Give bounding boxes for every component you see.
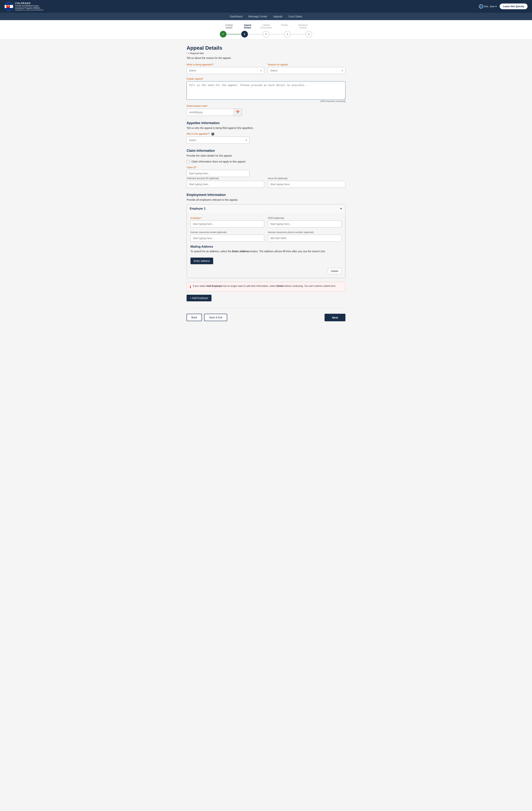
next-button[interactable]: Next	[324, 314, 346, 321]
issue-id-input[interactable]	[268, 181, 346, 188]
appellee-section-desc: Tell us who the appeal is being filed ag…	[186, 126, 346, 129]
step-line-3	[269, 34, 284, 34]
step-label-1: ContactDetails	[222, 24, 237, 29]
claim-not-applicable-checkbox[interactable]	[186, 160, 189, 163]
claim-section-desc: Provide the claim details for this appea…	[186, 154, 346, 157]
employment-section-title: Employment Information	[186, 193, 346, 197]
employer-1-body: Employer* FEIN (optional) Human resource…	[187, 213, 345, 278]
appellee-label: Who is the appellee?* i	[186, 133, 249, 136]
explain-appeal-textarea[interactable]	[186, 81, 346, 100]
employer-name-group: Employer*	[191, 217, 264, 228]
step-label-4: Parties	[277, 24, 292, 29]
hr-phone-group: Human resources phone number (optional)	[268, 231, 341, 242]
hr-phone-label-text: Human resources phone number (optional)	[268, 231, 314, 233]
hr-phone-input[interactable]	[268, 235, 341, 242]
required-note: * = Required field	[186, 52, 346, 55]
employer-1-accordion: Employer 1 ▼ Employer* FEIN (optional) H…	[186, 204, 346, 278]
what-being-appealed-label: What is being appealed?*	[186, 63, 264, 66]
delete-employer-button[interactable]: Delete	[328, 268, 341, 274]
determination-date-label: Determination date*	[186, 105, 242, 107]
progress-steps: ✓ 2 3 4 5	[220, 31, 312, 37]
what-being-appealed-select[interactable]: Select	[186, 67, 264, 74]
appellee-section-title: Appellee Information	[186, 121, 346, 125]
determination-date-input[interactable]	[186, 109, 234, 116]
main-nav: Dashboard Message Center Appeals Court D…	[0, 13, 532, 20]
step-2: 2	[241, 31, 248, 37]
employer-name-label: Employer*	[191, 217, 264, 219]
issue-id-group: Issue ID (optional)	[268, 177, 346, 188]
mailing-address-title: Mailing Address	[191, 245, 341, 248]
svg-rect-4	[5, 8, 13, 11]
save-exit-button[interactable]: Save & Exit	[204, 314, 227, 321]
bottom-left-buttons: Back Save & Exit	[186, 314, 227, 321]
logo-area: CO COLORADO Family and Medical LeaveInsu…	[4, 2, 43, 11]
step-5: 5	[305, 31, 312, 37]
enter-address-inline: Enter Address	[232, 250, 250, 253]
org-dept: Department of Labor and Employment	[15, 9, 43, 11]
calendar-button[interactable]: 📅	[234, 108, 242, 116]
progress-section: ContactDetails AppealDetails UploadDocum…	[0, 20, 532, 40]
employer-name-input[interactable]	[191, 220, 264, 228]
reason-for-appeal-label: Reason for appeal*	[268, 63, 346, 66]
warning-icon: ℹ	[190, 285, 191, 289]
claimant-account-input[interactable]	[186, 181, 264, 188]
svg-rect-2	[5, 2, 13, 5]
appellee-select-wrapper: Select	[186, 137, 249, 144]
claimant-account-label-text: Claimant account ID (optional)	[186, 177, 219, 180]
issue-id-label-text: Issue ID (optional)	[268, 177, 287, 180]
step-line-2	[248, 34, 263, 34]
fein-label-text: FEIN (optional)	[268, 217, 284, 219]
required-star: *	[186, 52, 187, 55]
colorado-logo: CO	[4, 2, 13, 11]
nav-court-dates[interactable]: Court Dates	[289, 15, 302, 18]
hr-email-input[interactable]	[191, 235, 264, 242]
employer-name-fein-row: Employer* FEIN (optional)	[191, 217, 341, 228]
hr-email-group: Human resources email (optional)	[191, 231, 264, 242]
warning-text: If you select Add Employer but no longer…	[193, 285, 336, 287]
enter-address-button[interactable]: Enter address	[191, 258, 213, 264]
fein-input[interactable]	[268, 220, 341, 228]
fein-label: FEIN (optional)	[268, 217, 341, 219]
claim-not-applicable-label: Claim information does not apply to this…	[192, 160, 246, 163]
header-right: 👤 Doe, Jane ▾ Leave Site Quickly	[479, 3, 528, 9]
back-button[interactable]: Back	[186, 314, 202, 321]
nav-message-center[interactable]: Message Center	[248, 15, 267, 18]
add-employer-button[interactable]: + Add Employer	[186, 295, 212, 301]
leave-site-button[interactable]: Leave Site Quickly	[500, 3, 528, 9]
appellee-select[interactable]: Select	[186, 137, 249, 144]
claim-id-group: Claim ID*	[186, 166, 249, 177]
step-line-1	[227, 34, 241, 34]
step-label-2: AppealDetails	[240, 24, 255, 29]
issue-id-label: Issue ID (optional)	[268, 177, 346, 180]
row-appeal-type: What is being appealed?* Select Reason f…	[186, 63, 346, 74]
step-line-4	[291, 34, 305, 34]
appellee-info-icon[interactable]: i	[211, 133, 214, 136]
nav-dashboard[interactable]: Dashboard	[230, 15, 243, 18]
fein-group: FEIN (optional)	[268, 217, 341, 228]
mailing-address-desc: To search for an address, select the Ent…	[191, 250, 341, 253]
employer-1-chevron: ▼	[340, 207, 342, 210]
claim-not-applicable-row: Claim information does not apply to this…	[186, 160, 346, 163]
progress-labels: ContactDetails AppealDetails UploadDocum…	[222, 24, 310, 29]
claim-ids-row: Claimant account ID (optional) Issue ID …	[186, 177, 346, 188]
svg-text:CO: CO	[10, 6, 13, 7]
reason-for-appeal-wrapper: Select	[268, 67, 346, 74]
hr-email-label: Human resources email (optional)	[191, 231, 264, 233]
claim-id-input[interactable]	[186, 170, 249, 177]
main-content: Appeal Details * = Required field Tell u…	[183, 40, 349, 332]
page-intro: Tell us about the reason for the appeal.	[186, 57, 346, 59]
bottom-nav: Back Save & Exit Next	[186, 314, 346, 321]
what-being-appealed-group: What is being appealed?* Select	[186, 63, 264, 74]
explain-appeal-group: Explain appeal* (1000 characters remaini…	[186, 77, 346, 102]
claimant-account-label: Claimant account ID (optional)	[186, 177, 264, 180]
hr-phone-label: Human resources phone number (optional)	[268, 231, 341, 233]
org-subtitle: Family and Medical LeaveInsurance Progra…	[15, 5, 43, 9]
employer-1-header[interactable]: Employer 1 ▼	[187, 204, 345, 213]
page-title: Appeal Details	[186, 45, 346, 51]
nav-appeals[interactable]: Appeals	[273, 15, 283, 18]
user-menu[interactable]: 👤 Doe, Jane ▾	[479, 4, 497, 9]
claimant-account-group: Claimant account ID (optional)	[186, 177, 264, 188]
reason-for-appeal-select[interactable]: Select	[268, 67, 346, 74]
what-being-appealed-wrapper: Select	[186, 67, 264, 74]
step-3: 3	[263, 31, 269, 37]
